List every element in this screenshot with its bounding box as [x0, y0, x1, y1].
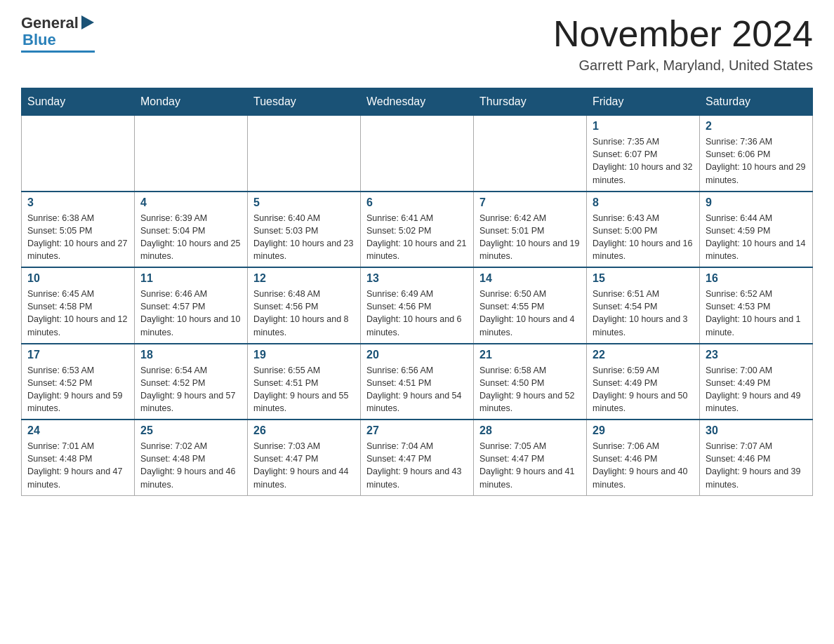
calendar-cell: 5Sunrise: 6:40 AM Sunset: 5:03 PM Daylig…	[248, 192, 361, 268]
calendar-table: SundayMondayTuesdayWednesdayThursdayFrid…	[21, 88, 813, 496]
calendar-cell: 22Sunrise: 6:59 AM Sunset: 4:49 PM Dayli…	[587, 344, 700, 420]
calendar-header-wednesday: Wednesday	[361, 88, 474, 116]
calendar-cell: 15Sunrise: 6:51 AM Sunset: 4:54 PM Dayli…	[587, 267, 700, 344]
day-info: Sunrise: 6:58 AM Sunset: 4:50 PM Dayligh…	[479, 364, 581, 415]
day-number: 5	[253, 196, 355, 209]
day-number: 22	[593, 349, 694, 361]
day-info: Sunrise: 7:00 AM Sunset: 4:49 PM Dayligh…	[706, 364, 807, 415]
calendar-cell: 28Sunrise: 7:05 AM Sunset: 4:47 PM Dayli…	[474, 420, 587, 495]
day-info: Sunrise: 6:50 AM Sunset: 4:55 PM Dayligh…	[479, 288, 581, 339]
calendar-header-thursday: Thursday	[474, 88, 587, 116]
calendar-cell	[248, 116, 361, 192]
day-number: 20	[366, 349, 468, 361]
day-number: 19	[253, 349, 355, 361]
calendar-header-row: SundayMondayTuesdayWednesdayThursdayFrid…	[22, 88, 813, 116]
calendar-cell: 6Sunrise: 6:41 AM Sunset: 5:02 PM Daylig…	[361, 192, 474, 268]
day-number: 14	[479, 272, 581, 285]
day-number: 8	[593, 196, 694, 209]
day-number: 10	[27, 272, 128, 285]
calendar-cell: 25Sunrise: 7:02 AM Sunset: 4:48 PM Dayli…	[135, 420, 248, 495]
day-info: Sunrise: 7:36 AM Sunset: 6:06 PM Dayligh…	[706, 135, 807, 187]
calendar-cell: 7Sunrise: 6:42 AM Sunset: 5:01 PM Daylig…	[474, 192, 587, 268]
calendar-week-row-3: 10Sunrise: 6:45 AM Sunset: 4:58 PM Dayli…	[22, 267, 813, 344]
day-number: 30	[706, 424, 807, 437]
day-number: 4	[140, 196, 241, 209]
calendar-cell: 19Sunrise: 6:55 AM Sunset: 4:51 PM Dayli…	[248, 344, 361, 420]
day-info: Sunrise: 6:43 AM Sunset: 5:00 PM Dayligh…	[593, 212, 694, 263]
day-number: 11	[140, 272, 241, 285]
day-info: Sunrise: 6:54 AM Sunset: 4:52 PM Dayligh…	[140, 364, 241, 415]
logo-triangle-icon	[81, 15, 94, 29]
day-info: Sunrise: 6:56 AM Sunset: 4:51 PM Dayligh…	[366, 364, 468, 415]
day-info: Sunrise: 7:35 AM Sunset: 6:07 PM Dayligh…	[593, 135, 694, 187]
calendar-cell	[361, 116, 474, 192]
calendar-cell: 29Sunrise: 7:06 AM Sunset: 4:46 PM Dayli…	[587, 420, 700, 495]
calendar-cell: 27Sunrise: 7:04 AM Sunset: 4:47 PM Dayli…	[361, 420, 474, 495]
logo-general-text: General	[21, 14, 79, 32]
day-info: Sunrise: 6:49 AM Sunset: 4:56 PM Dayligh…	[366, 288, 468, 339]
day-info: Sunrise: 7:06 AM Sunset: 4:46 PM Dayligh…	[593, 440, 694, 491]
calendar-cell: 18Sunrise: 6:54 AM Sunset: 4:52 PM Dayli…	[135, 344, 248, 420]
day-info: Sunrise: 6:52 AM Sunset: 4:53 PM Dayligh…	[706, 288, 807, 339]
day-number: 29	[593, 424, 694, 437]
day-info: Sunrise: 6:55 AM Sunset: 4:51 PM Dayligh…	[253, 364, 355, 415]
calendar-week-row-5: 24Sunrise: 7:01 AM Sunset: 4:48 PM Dayli…	[22, 420, 813, 495]
calendar-cell: 2Sunrise: 7:36 AM Sunset: 6:06 PM Daylig…	[700, 116, 813, 192]
day-number: 9	[706, 196, 807, 209]
calendar-week-row-1: 1Sunrise: 7:35 AM Sunset: 6:07 PM Daylig…	[22, 116, 813, 192]
calendar-header-friday: Friday	[587, 88, 700, 116]
day-number: 1	[593, 120, 694, 133]
calendar-cell	[474, 116, 587, 192]
day-number: 2	[706, 120, 807, 133]
day-number: 25	[140, 424, 241, 437]
calendar-cell: 17Sunrise: 6:53 AM Sunset: 4:52 PM Dayli…	[22, 344, 135, 420]
day-number: 18	[140, 349, 241, 361]
day-number: 17	[27, 349, 128, 361]
logo-blue-text: Blue	[22, 31, 56, 49]
calendar-cell: 4Sunrise: 6:39 AM Sunset: 5:04 PM Daylig…	[135, 192, 248, 268]
day-info: Sunrise: 6:44 AM Sunset: 4:59 PM Dayligh…	[706, 212, 807, 263]
day-number: 28	[479, 424, 581, 437]
day-number: 13	[366, 272, 468, 285]
calendar-cell: 1Sunrise: 7:35 AM Sunset: 6:07 PM Daylig…	[587, 116, 700, 192]
calendar-cell: 9Sunrise: 6:44 AM Sunset: 4:59 PM Daylig…	[700, 192, 813, 268]
calendar-week-row-2: 3Sunrise: 6:38 AM Sunset: 5:05 PM Daylig…	[22, 192, 813, 268]
logo-underline	[21, 51, 95, 53]
calendar-cell: 26Sunrise: 7:03 AM Sunset: 4:47 PM Dayli…	[248, 420, 361, 495]
calendar-header-saturday: Saturday	[700, 88, 813, 116]
day-info: Sunrise: 6:51 AM Sunset: 4:54 PM Dayligh…	[593, 288, 694, 339]
day-info: Sunrise: 6:38 AM Sunset: 5:05 PM Dayligh…	[27, 212, 128, 263]
day-number: 7	[479, 196, 581, 209]
calendar-cell: 23Sunrise: 7:00 AM Sunset: 4:49 PM Dayli…	[700, 344, 813, 420]
calendar-cell: 21Sunrise: 6:58 AM Sunset: 4:50 PM Dayli…	[474, 344, 587, 420]
calendar-week-row-4: 17Sunrise: 6:53 AM Sunset: 4:52 PM Dayli…	[22, 344, 813, 420]
day-number: 12	[253, 272, 355, 285]
calendar-cell	[135, 116, 248, 192]
day-number: 15	[593, 272, 694, 285]
day-info: Sunrise: 7:07 AM Sunset: 4:46 PM Dayligh…	[706, 440, 807, 491]
calendar-cell: 8Sunrise: 6:43 AM Sunset: 5:00 PM Daylig…	[587, 192, 700, 268]
calendar-header-monday: Monday	[135, 88, 248, 116]
day-info: Sunrise: 7:03 AM Sunset: 4:47 PM Dayligh…	[253, 440, 355, 491]
calendar-cell: 3Sunrise: 6:38 AM Sunset: 5:05 PM Daylig…	[22, 192, 135, 268]
day-info: Sunrise: 6:48 AM Sunset: 4:56 PM Dayligh…	[253, 288, 355, 339]
title-section: November 2024 Garrett Park, Maryland, Un…	[553, 14, 813, 74]
day-number: 24	[27, 424, 128, 437]
calendar-cell: 30Sunrise: 7:07 AM Sunset: 4:46 PM Dayli…	[700, 420, 813, 495]
day-info: Sunrise: 7:05 AM Sunset: 4:47 PM Dayligh…	[479, 440, 581, 491]
day-info: Sunrise: 6:39 AM Sunset: 5:04 PM Dayligh…	[140, 212, 241, 263]
day-info: Sunrise: 6:42 AM Sunset: 5:01 PM Dayligh…	[479, 212, 581, 263]
location-subtitle: Garrett Park, Maryland, United States	[553, 58, 813, 74]
day-number: 23	[706, 349, 807, 361]
day-number: 16	[706, 272, 807, 285]
day-info: Sunrise: 6:53 AM Sunset: 4:52 PM Dayligh…	[27, 364, 128, 415]
month-title: November 2024	[553, 14, 813, 54]
day-number: 27	[366, 424, 468, 437]
day-info: Sunrise: 7:02 AM Sunset: 4:48 PM Dayligh…	[140, 440, 241, 491]
calendar-cell	[22, 116, 135, 192]
calendar-header-tuesday: Tuesday	[248, 88, 361, 116]
day-info: Sunrise: 6:40 AM Sunset: 5:03 PM Dayligh…	[253, 212, 355, 263]
day-info: Sunrise: 6:46 AM Sunset: 4:57 PM Dayligh…	[140, 288, 241, 339]
calendar-cell: 20Sunrise: 6:56 AM Sunset: 4:51 PM Dayli…	[361, 344, 474, 420]
day-info: Sunrise: 6:59 AM Sunset: 4:49 PM Dayligh…	[593, 364, 694, 415]
